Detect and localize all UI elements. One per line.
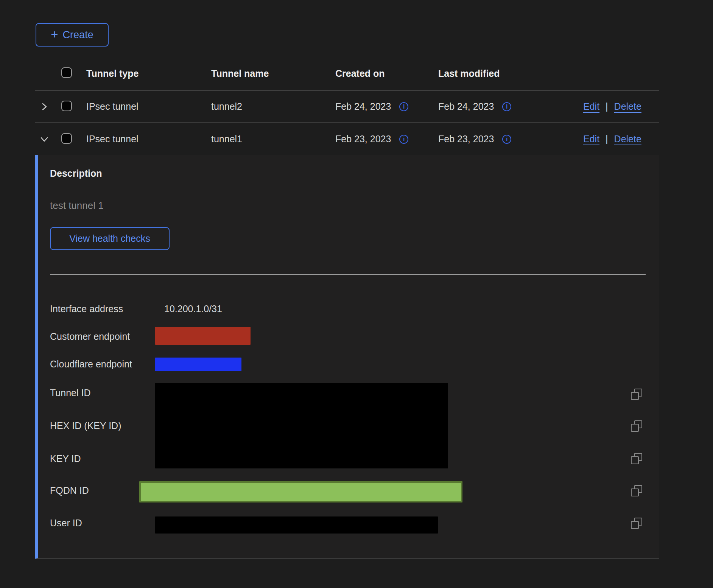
tunnel-type-cell: IPsec tunnel (86, 134, 211, 145)
create-button[interactable]: + Create (36, 23, 109, 47)
table-header-row: Tunnel type Tunnel name Created on Last … (35, 57, 659, 91)
chevron-down-icon (39, 134, 49, 144)
edit-link[interactable]: Edit (583, 134, 599, 145)
collapse-row-button[interactable] (35, 134, 61, 144)
view-health-checks-button[interactable]: View health checks (50, 227, 170, 250)
actions-separator: | (606, 134, 608, 145)
customer-endpoint-label: Customer endpoint (50, 330, 130, 342)
actions-separator: | (606, 101, 608, 112)
view-health-checks-label: View health checks (69, 233, 150, 244)
column-header-tunnel-type: Tunnel type (86, 68, 211, 79)
copy-icon[interactable] (631, 518, 642, 529)
create-button-label: Create (63, 29, 93, 41)
copy-icon[interactable] (631, 453, 642, 464)
tunnel-name-cell: tunnel2 (211, 101, 335, 112)
chevron-right-icon (39, 102, 49, 112)
tunnels-table: Tunnel type Tunnel name Created on Last … (35, 57, 659, 155)
info-icon[interactable] (502, 135, 511, 144)
fqdn-id-redacted-value (139, 481, 462, 502)
last-modified-cell: Feb 23, 2023 (438, 134, 494, 145)
edit-link[interactable]: Edit (583, 101, 599, 112)
delete-link[interactable]: Delete (614, 134, 641, 145)
hex-id-label: HEX ID (KEY ID) (50, 420, 121, 432)
ids-redacted-values (155, 383, 448, 468)
copy-icon[interactable] (631, 485, 642, 496)
tunnel-name-cell: tunnel1 (211, 134, 335, 145)
copy-icon[interactable] (631, 389, 642, 400)
table-row: IPsec tunnel tunnel1 Feb 23, 2023 Feb 23… (35, 123, 659, 155)
row-checkbox[interactable] (61, 101, 72, 111)
last-modified-cell: Feb 24, 2023 (438, 101, 494, 112)
tunnel-id-label: Tunnel ID (50, 387, 90, 399)
select-all-checkbox[interactable] (61, 67, 72, 78)
key-id-label: KEY ID (50, 453, 81, 465)
customer-endpoint-redacted-value (155, 327, 251, 345)
row-checkbox[interactable] (61, 133, 72, 144)
tunnel-detail-panel: Description test tunnel 1 View health ch… (35, 155, 659, 559)
info-icon[interactable] (399, 135, 408, 144)
interface-address-label: Interface address (50, 303, 123, 315)
table-row: IPsec tunnel tunnel2 Feb 24, 2023 Feb 24… (35, 91, 659, 123)
description-text: test tunnel 1 (50, 200, 104, 212)
column-header-tunnel-name: Tunnel name (211, 68, 335, 79)
delete-link[interactable]: Delete (614, 101, 641, 112)
user-id-label: User ID (50, 517, 82, 529)
created-on-cell: Feb 23, 2023 (335, 134, 391, 145)
column-header-created-on: Created on (335, 68, 438, 79)
info-icon[interactable] (399, 102, 408, 111)
cloudflare-endpoint-label: Cloudflare endpoint (50, 358, 132, 370)
info-icon[interactable] (502, 102, 511, 111)
tunnel-type-cell: IPsec tunnel (86, 101, 211, 112)
expand-row-button[interactable] (35, 102, 61, 112)
created-on-cell: Feb 24, 2023 (335, 101, 391, 112)
fqdn-id-label: FQDN ID (50, 484, 89, 496)
plus-icon: + (51, 28, 58, 40)
description-label: Description (50, 168, 102, 179)
panel-divider (50, 274, 646, 275)
copy-icon[interactable] (631, 420, 642, 432)
column-header-last-modified: Last modified (438, 68, 583, 79)
interface-address-value: 10.200.1.0/31 (164, 303, 222, 315)
cloudflare-endpoint-redacted-value (155, 358, 241, 371)
user-id-redacted-value (155, 516, 438, 534)
